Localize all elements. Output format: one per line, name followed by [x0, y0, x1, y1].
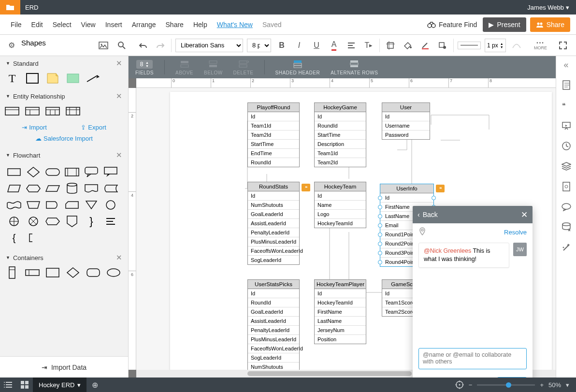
close-icon[interactable]: ✕	[521, 210, 528, 220]
flow-offpage[interactable]	[64, 215, 80, 228]
menu-arrange[interactable]: Arrange	[127, 21, 161, 29]
menu-whatsnew[interactable]: What's New	[212, 21, 258, 29]
align-button[interactable]	[345, 39, 358, 52]
font-select[interactable]: Liberation Sans	[175, 39, 243, 52]
flow-parallelogram[interactable]	[44, 182, 61, 195]
fullscreen-button[interactable]	[559, 41, 567, 50]
close-icon[interactable]: ✕	[116, 253, 122, 262]
er-shape-4[interactable]	[66, 105, 80, 117]
cont-4[interactable]	[66, 267, 80, 278]
page-tab[interactable]: Hockey ERD▾	[33, 377, 86, 392]
quote-icon[interactable]: ❝	[561, 100, 572, 111]
entity-roundstats[interactable]: RoundStats Id NumShutouts GoalLeaderId A…	[247, 182, 300, 265]
flow-stored[interactable]	[102, 182, 119, 195]
flow-delay[interactable]	[44, 198, 61, 212]
data-icon[interactable]	[561, 221, 572, 233]
flow-rect[interactable]	[6, 165, 22, 179]
section-containers[interactable]: ▼Containers✕	[0, 250, 128, 265]
close-icon[interactable]: ✕	[116, 151, 122, 160]
comments-icon[interactable]	[561, 201, 572, 213]
text-shape[interactable]: T	[5, 73, 19, 84]
layers-icon[interactable]	[561, 160, 572, 172]
er-shape-1[interactable]	[5, 105, 19, 117]
text-color-button[interactable]: A	[327, 39, 341, 52]
flow-connector[interactable]	[102, 198, 119, 212]
crop-button[interactable]	[384, 39, 397, 52]
section-flowchart[interactable]: ▼Flowchart✕	[0, 148, 128, 162]
shaded-header[interactable]: SHADED HEADER	[275, 60, 320, 78]
alternate-rows[interactable]: ALTERNATE ROWS	[331, 60, 378, 78]
er-shape-2[interactable]	[25, 105, 40, 117]
zoom-out-button[interactable]: −	[469, 381, 473, 389]
line-end-button[interactable]	[510, 39, 523, 52]
block-shape[interactable]	[66, 73, 80, 84]
cont-1[interactable]	[5, 267, 19, 278]
flow-manual[interactable]	[25, 198, 42, 212]
more-button[interactable]: ••• MORE	[534, 40, 547, 50]
shape-options-button[interactable]	[436, 39, 449, 52]
add-page-button[interactable]: ⊕	[86, 380, 103, 390]
flow-sum[interactable]	[6, 215, 22, 228]
import-data-button[interactable]: ⇥ Import Data	[0, 356, 128, 377]
salesforce-import-link[interactable]: ☁Salesforce Import	[0, 133, 128, 148]
close-icon[interactable]: ✕	[116, 59, 122, 68]
pin-icon[interactable]	[418, 227, 426, 237]
fill-button[interactable]	[401, 39, 415, 52]
entity-hockeygame[interactable]: HockeyGame Id RoundId StartTime Descript…	[314, 102, 366, 167]
entity-hockeyteamplayer[interactable]: HockeyTeamPlayer Id HockeyTeamId FirstNa…	[314, 279, 366, 344]
rect-shape[interactable]	[25, 73, 40, 84]
flow-callout2[interactable]	[102, 165, 119, 179]
flow-merge[interactable]	[83, 198, 100, 212]
menu-share[interactable]: Share	[161, 21, 188, 29]
search-icon[interactable]	[115, 39, 129, 52]
comment-input[interactable]	[418, 348, 527, 369]
menu-select[interactable]: Select	[48, 21, 76, 29]
insert-below[interactable]: BELOW	[204, 60, 223, 78]
flow-tape[interactable]	[6, 198, 22, 212]
entity-userstatspicks[interactable]: UserStatsPicks Id RoundId GoalLeaderId A…	[247, 279, 300, 370]
entity-user[interactable]: User Id Username Password	[382, 102, 430, 140]
flow-or[interactable]	[25, 215, 42, 228]
fontsize-select[interactable]: 8 pt	[247, 39, 271, 52]
cont-2[interactable]	[25, 267, 40, 278]
menu-insert[interactable]: Insert	[101, 21, 127, 29]
entity-playoffround[interactable]: PlayoffRound Id Team1Id Team2Id StartTim…	[247, 102, 300, 167]
underline-button[interactable]: U	[310, 39, 323, 52]
redo-button[interactable]	[154, 39, 167, 52]
magic-icon[interactable]	[561, 242, 572, 253]
insert-above[interactable]: ABOVE	[175, 60, 193, 78]
line-style-select[interactable]	[458, 42, 481, 49]
present-button[interactable]: ▶ Present	[483, 17, 526, 32]
present-icon[interactable]	[561, 120, 572, 131]
user-menu[interactable]: James Webb ▾	[527, 4, 576, 11]
flow-bracket[interactable]: {	[6, 231, 22, 245]
entity-hockeyteam[interactable]: HockeyTeam Id Name Logo HockeyTeamId	[314, 182, 366, 228]
close-icon[interactable]: ✕	[116, 92, 122, 101]
line-width-input[interactable]: 1 px▲▼	[485, 39, 506, 52]
section-standard[interactable]: ▼Standard✕	[0, 56, 128, 71]
line-color-button[interactable]	[418, 39, 432, 52]
menu-file[interactable]: File	[6, 21, 27, 29]
preview-icon[interactable]	[561, 181, 572, 192]
comment-tag[interactable]	[436, 185, 445, 192]
collapse-icon[interactable]: «	[561, 59, 572, 71]
section-er[interactable]: ▼Entity Relationship✕	[0, 89, 128, 103]
target-icon[interactable]	[455, 380, 464, 389]
flow-subroutine[interactable]	[64, 165, 80, 179]
canvas[interactable]: 8▲▼ FIELDS ABOVE BELOW ✕DELETE SHADED HE…	[129, 56, 556, 377]
share-button[interactable]: Share	[530, 17, 570, 32]
fields-count[interactable]: 8▲▼ FIELDS	[135, 60, 154, 78]
comment-tag[interactable]	[302, 184, 310, 191]
flow-cylinder[interactable]	[64, 182, 80, 195]
flow-note[interactable]	[102, 215, 119, 228]
flow-terminator[interactable]	[44, 165, 61, 179]
import-link[interactable]: ⇥Import	[22, 124, 47, 131]
image-icon[interactable]	[97, 39, 110, 52]
menu-view[interactable]: View	[76, 21, 101, 29]
flow-display[interactable]	[44, 215, 61, 228]
export-link[interactable]: ⇪Export	[81, 124, 106, 131]
flow-card[interactable]	[64, 198, 80, 212]
flow-trap[interactable]	[6, 182, 22, 195]
cont-5[interactable]	[86, 267, 101, 278]
bold-button[interactable]: B	[275, 39, 288, 52]
